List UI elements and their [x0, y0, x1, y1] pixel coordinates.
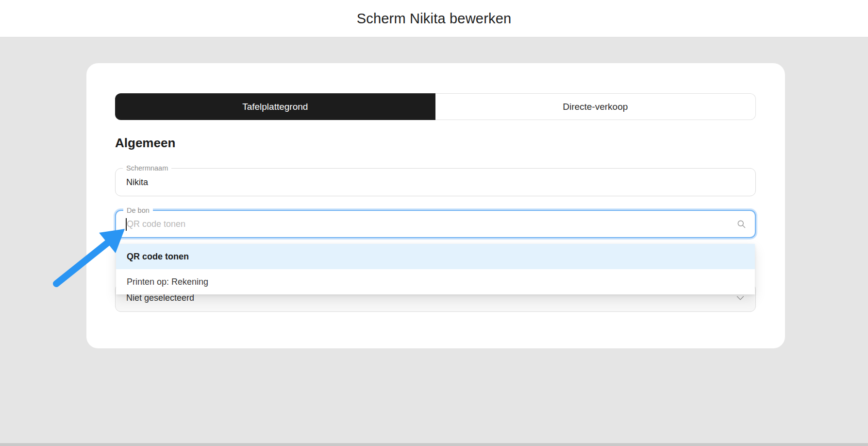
schermnaam-field: Schermnaam [115, 168, 756, 196]
schermnaam-input[interactable] [116, 169, 755, 196]
screen-bottom-edge [0, 443, 868, 446]
tab-directe-verkoop[interactable]: Directe-verkoop [435, 93, 756, 120]
tab-tafelplattegrond[interactable]: Tafelplattegrond [115, 93, 435, 120]
option-label: QR code tonen [127, 252, 189, 262]
de-bon-options-dropdown: QR code tonen Printen op: Rekening [116, 244, 755, 294]
text-caret [126, 218, 127, 231]
option-printen-op-rekening[interactable]: Printen op: Rekening [116, 269, 755, 294]
tab-label: Tafelplattegrond [242, 102, 308, 112]
section-heading-algemeen: Algemeen [115, 136, 756, 151]
edit-screen-card: Tafelplattegrond Directe-verkoop Algemee… [86, 63, 785, 348]
tab-bar: Tafelplattegrond Directe-verkoop [115, 93, 756, 120]
tab-label: Directe-verkoop [563, 102, 628, 112]
page-header: Scherm Nikita bewerken [0, 0, 868, 37]
page-title: Scherm Nikita bewerken [357, 11, 512, 27]
de-bon-label: De bon [123, 206, 153, 215]
de-bon-field: De bon QR code tonen Printen op: Rekenin… [115, 210, 756, 238]
schermnaam-label: Schermnaam [123, 164, 171, 173]
option-qr-code-tonen[interactable]: QR code tonen [116, 244, 755, 269]
de-bon-search-input[interactable] [116, 211, 755, 237]
option-label: Printen op: Rekening [127, 277, 208, 287]
search-icon [736, 219, 746, 229]
